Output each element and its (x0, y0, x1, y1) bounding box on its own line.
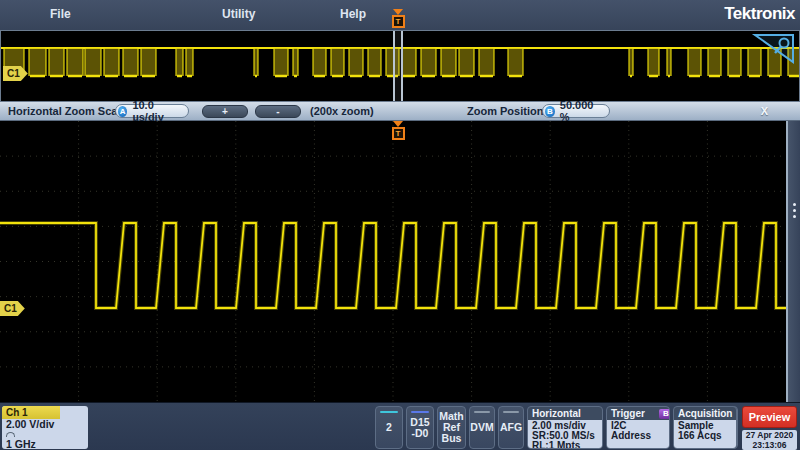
trigger-marker-main[interactable]: T (390, 121, 406, 140)
zoom-scale-value[interactable]: A 10.0 µs/div (115, 104, 189, 118)
panel-title: Horizontal (532, 407, 581, 420)
badge-label: Bus (438, 433, 465, 444)
status-bar: Ch 1 2.00 V/div 1 GHz 2D15-D0MathRefBusD… (0, 402, 800, 450)
status-badge-2[interactable]: 2 (375, 406, 403, 449)
menu-file[interactable]: File (50, 7, 71, 21)
zoom-scale-value-text: 10.0 µs/div (132, 99, 180, 123)
badge-label: -D0 (407, 428, 433, 439)
trigger-t-icon: T (392, 15, 405, 28)
zoom-mode-icon[interactable] (751, 33, 795, 65)
badge-color-line (474, 411, 491, 413)
oscilloscope-screen: File Utility Help Tektronix C1 T Horizon… (0, 0, 800, 450)
status-panel-trigger[interactable]: TriggerB1 I2CAddress (606, 406, 670, 449)
status-panel-acquisition[interactable]: Acquisition Sample166 Acqs (673, 406, 737, 449)
status-badge-afg[interactable]: AFG (498, 406, 524, 449)
badge-color-line (380, 411, 398, 413)
menu-utility[interactable]: Utility (222, 7, 255, 21)
zoom-position-value-text: 50.000 % (560, 99, 601, 123)
channel-1-bandwidth: 1 GHz (6, 439, 84, 449)
preview-button[interactable]: Preview (742, 406, 797, 428)
panel-title: Acquisition (678, 407, 732, 420)
status-badge-dvm[interactable]: DVM (469, 406, 495, 449)
badge-color-line (411, 411, 429, 413)
coupling-icon (6, 432, 15, 437)
zoom-factor-label: (200x zoom) (310, 105, 374, 117)
badge-label: 2 (376, 422, 402, 433)
zoom-close-button[interactable]: X (761, 105, 768, 117)
zoom-scale-bar: Horizontal Zoom Scale: A 10.0 µs/div + -… (0, 102, 800, 121)
knob-b-icon: B (545, 106, 555, 117)
date-text: 27 Apr 2020 (742, 430, 797, 440)
channel-1-scale: 2.00 V/div (6, 419, 84, 429)
knob-a-icon: A (118, 106, 127, 117)
drawer-handle-icon[interactable] (792, 203, 796, 219)
status-badge-math[interactable]: MathRefBus (437, 406, 466, 449)
datetime-display: 27 Apr 2020 23:13:06 (742, 430, 797, 450)
panel-title: Trigger (611, 407, 645, 420)
panel-line: 166 Acqs (678, 431, 732, 441)
trigger-marker-top[interactable]: T (390, 9, 406, 28)
main-waveform (0, 121, 786, 402)
channel-1-badge[interactable]: Ch 1 2.00 V/div 1 GHz (2, 406, 88, 449)
time-text: 23:13:06 (742, 440, 797, 450)
badge-label: AFG (499, 422, 523, 433)
zoom-position-value[interactable]: B 50.000 % (542, 104, 610, 118)
badge-label: D15 (407, 417, 433, 428)
trigger-source-badge: B1 (659, 409, 670, 419)
results-drawer-edge[interactable] (786, 121, 800, 402)
trigger-t-icon: T (392, 127, 405, 140)
zoom-position-label: Zoom Position: (467, 105, 547, 117)
tektronix-logo: Tektronix (724, 4, 795, 24)
panel-line: Address (611, 431, 665, 441)
status-panel-horizontal[interactable]: Horizontal 2.00 ms/divSR:50.0 MS/sRL:1 M… (527, 406, 603, 449)
zoom-window-selector[interactable] (393, 31, 403, 101)
main-waveform-panel[interactable]: C1 T (0, 121, 800, 402)
panel-line: RL:1 Mpts (532, 441, 598, 449)
badge-color-line (503, 411, 520, 413)
zoom-scale-label: Horizontal Zoom Scale: (8, 105, 130, 117)
zoom-out-button[interactable]: - (255, 105, 301, 118)
menu-help[interactable]: Help (340, 7, 366, 21)
badge-label: DVM (470, 422, 494, 433)
status-badge-d15[interactable]: D15-D0 (406, 406, 434, 449)
zoom-in-button[interactable]: + (202, 105, 248, 118)
overview-waveform-panel[interactable]: C1 (0, 30, 800, 102)
